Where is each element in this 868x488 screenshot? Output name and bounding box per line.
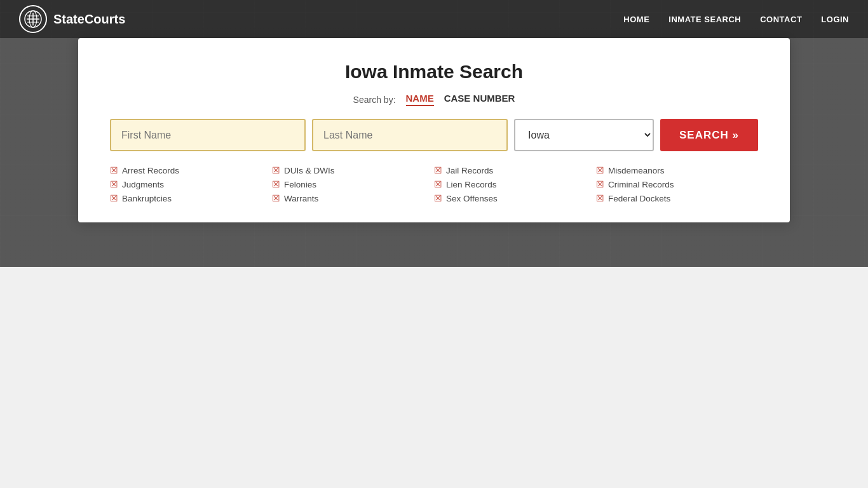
check-item: ☒Arrest Records: [110, 165, 272, 175]
check-item: ☒Felonies: [272, 179, 434, 189]
top-navigation: StateCourts HOME INMATE SEARCH CONTACT L…: [0, 0, 868, 38]
logo-link[interactable]: StateCourts: [19, 5, 125, 33]
search-by-label: Search by:: [353, 95, 396, 105]
checks-grid: ☒Arrest Records☒DUIs & DWIs☒Jail Records…: [110, 165, 758, 203]
checkbox-icon: ☒: [596, 193, 604, 203]
check-item: ☒Jail Records: [434, 165, 596, 175]
first-name-input[interactable]: [110, 119, 306, 151]
tab-case-number[interactable]: CASE NUMBER: [444, 93, 515, 106]
check-label: Warrants: [284, 194, 318, 203]
check-item: ☒Bankruptcies: [110, 193, 272, 203]
checkbox-icon: ☒: [434, 193, 442, 203]
last-name-input[interactable]: [312, 119, 508, 151]
check-item: ☒Misdemeanors: [596, 165, 758, 175]
nav-home[interactable]: HOME: [623, 15, 649, 24]
checkbox-icon: ☒: [110, 165, 118, 175]
check-item: ☒DUIs & DWIs: [272, 165, 434, 175]
nav-inmate-search[interactable]: INMATE SEARCH: [668, 15, 741, 24]
checkbox-icon: ☒: [272, 179, 280, 189]
checkbox-icon: ☒: [434, 165, 442, 175]
check-label: Misdemeanors: [608, 166, 665, 175]
check-label: Federal Dockets: [608, 194, 670, 203]
checkbox-icon: ☒: [110, 179, 118, 189]
check-label: Sex Offenses: [446, 194, 498, 203]
nav-contact[interactable]: CONTACT: [760, 15, 802, 24]
check-label: Jail Records: [446, 166, 493, 175]
search-by-row: Search by: NAME CASE NUMBER: [110, 93, 758, 106]
nav-login[interactable]: LOGIN: [821, 15, 849, 24]
search-title: Iowa Inmate Search: [110, 61, 758, 83]
search-button[interactable]: SEARCH »: [660, 119, 758, 151]
tab-name[interactable]: NAME: [406, 93, 434, 106]
check-label: Judgments: [122, 180, 164, 189]
check-item: ☒Federal Dockets: [596, 193, 758, 203]
check-item: ☒Lien Records: [434, 179, 596, 189]
checkbox-icon: ☒: [272, 165, 280, 175]
check-item: ☒Judgments: [110, 179, 272, 189]
check-item: ☒Warrants: [272, 193, 434, 203]
nav-links: HOME INMATE SEARCH CONTACT LOGIN: [623, 13, 849, 25]
search-card: Iowa Inmate Search Search by: NAME CASE …: [78, 38, 790, 222]
check-label: DUIs & DWIs: [284, 166, 335, 175]
check-label: Criminal Records: [608, 180, 674, 189]
check-item: ☒Criminal Records: [596, 179, 758, 189]
checkbox-icon: ☒: [434, 179, 442, 189]
state-select[interactable]: Iowa Alabama Alaska Arizona California C…: [514, 119, 654, 151]
checkbox-icon: ☒: [272, 193, 280, 203]
checkbox-icon: ☒: [110, 193, 118, 203]
check-label: Lien Records: [446, 180, 497, 189]
check-label: Felonies: [284, 180, 316, 189]
search-inputs-row: Iowa Alabama Alaska Arizona California C…: [110, 119, 758, 151]
check-item: ☒Sex Offenses: [434, 193, 596, 203]
logo-icon: [19, 5, 47, 33]
hero-section: StateCourts HOME INMATE SEARCH CONTACT L…: [0, 0, 868, 267]
logo-text: StateCourts: [53, 12, 125, 27]
checkbox-icon: ☒: [596, 165, 604, 175]
check-label: Bankruptcies: [122, 194, 172, 203]
check-label: Arrest Records: [122, 166, 179, 175]
checkbox-icon: ☒: [596, 179, 604, 189]
